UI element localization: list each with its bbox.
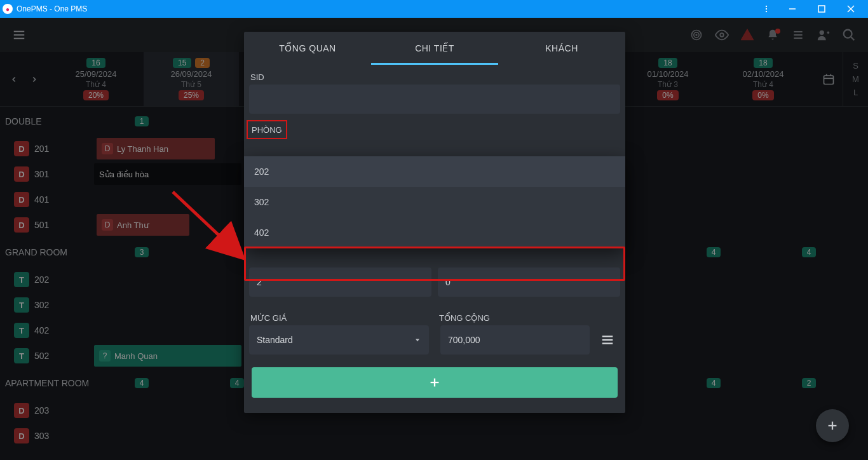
notification-dot <box>775 29 780 34</box>
room-number: 302 <box>34 300 49 310</box>
section-count-badge: 1 <box>135 116 149 126</box>
sid-input[interactable] <box>249 85 620 114</box>
price-select[interactable]: Standard <box>249 325 429 355</box>
day-count-badge: 2 <box>195 58 210 68</box>
price-lines-icon[interactable] <box>595 327 620 353</box>
room-label: D301 <box>0 166 94 182</box>
search-icon[interactable] <box>836 22 862 48</box>
target-icon[interactable] <box>684 22 709 48</box>
section-count-cell: 2 <box>761 378 857 388</box>
room-label: D501 <box>0 217 94 233</box>
day-date: 25/09/2024 <box>75 69 116 79</box>
room-dropdown-list[interactable]: 202302402 <box>244 156 625 248</box>
view-size-s[interactable]: S <box>853 61 858 71</box>
day-occupancy-badge: 20% <box>83 90 109 100</box>
dialog-tabs: TỔNG QUAN CHI TIẾT KHÁCH <box>244 32 625 65</box>
svg-marker-26 <box>416 339 419 342</box>
dropdown-item[interactable]: 402 <box>244 217 625 248</box>
section-count-badge: 4 <box>707 378 721 388</box>
tab-guest[interactable]: KHÁCH <box>498 32 625 65</box>
section-count-cell: 3 <box>94 247 189 257</box>
room-number: 501 <box>34 220 49 230</box>
day-column[interactable]: 1801/10/2024Thứ 30% <box>620 52 715 106</box>
sid-label: SID <box>250 72 619 82</box>
minimize-button[interactable] <box>778 0 807 18</box>
day-occupancy-badge: 0% <box>752 90 773 100</box>
day-column[interactable]: 1625/09/2024Thứ 420% <box>48 52 144 106</box>
dropdown-item[interactable]: 202 <box>244 156 625 187</box>
date-picker-icon[interactable] <box>815 65 843 93</box>
view-size-toggle[interactable]: S M L <box>843 52 868 107</box>
room-type-chip: D <box>14 403 29 418</box>
section-count-cell: 1 <box>94 116 189 126</box>
room-number: 303 <box>34 431 49 441</box>
alert-icon[interactable] <box>735 22 760 48</box>
booking-block[interactable]: DLy Thanh Han <box>97 138 215 159</box>
day-date: 02/10/2024 <box>742 69 783 79</box>
dropdown-item[interactable]: 302 <box>244 187 625 217</box>
booking-chip: D <box>102 143 113 154</box>
svg-point-0 <box>766 6 767 7</box>
room-label: T402 <box>0 323 94 338</box>
room-label-highlight: PHÒNG <box>247 120 287 139</box>
booking-label: Ly Thanh Han <box>117 144 168 154</box>
room-label: PHÒNG <box>252 125 282 135</box>
room-number: 402 <box>34 325 49 335</box>
calendar-nav <box>0 52 48 106</box>
hamburger-menu-icon[interactable] <box>6 22 32 48</box>
add-button[interactable] <box>252 367 618 398</box>
eye-icon[interactable] <box>709 22 735 48</box>
booking-block[interactable]: ?Manh Quan <box>94 345 241 367</box>
list-icon[interactable] <box>785 22 811 48</box>
room-number: 201 <box>34 144 49 154</box>
adults-input[interactable] <box>249 267 431 297</box>
room-type-chip: T <box>14 348 29 363</box>
room-number: 202 <box>34 274 49 285</box>
booking-label: Sửa điều hòa <box>99 170 149 179</box>
price-label: MỨC GIÁ <box>250 313 430 323</box>
day-column[interactable]: 1802/10/2024Thứ 40% <box>715 52 811 106</box>
tab-detail[interactable]: CHI TIẾT <box>371 32 498 65</box>
total-input[interactable] <box>440 325 590 355</box>
section-count-cell: 4 <box>666 247 761 257</box>
tab-overview[interactable]: TỔNG QUAN <box>244 32 371 65</box>
section-count-badge: 3 <box>135 247 149 257</box>
svg-rect-22 <box>824 76 834 84</box>
close-button[interactable] <box>836 0 865 18</box>
svg-point-12 <box>696 34 697 36</box>
room-type-chip: D <box>14 192 29 207</box>
day-column[interactable]: 15226/09/2024Thứ 525% <box>144 52 239 106</box>
day-occupancy-badge: 0% <box>657 90 678 100</box>
room-type-chip: D <box>14 217 29 233</box>
next-day-button[interactable] <box>30 75 39 84</box>
room-label: D303 <box>0 428 94 443</box>
booking-chip: ? <box>99 350 111 362</box>
svg-point-1 <box>766 8 767 10</box>
day-occupancy-badge: 25% <box>179 90 204 100</box>
section-count-badge: 4 <box>802 247 817 257</box>
day-weekday: Thứ 4 <box>86 80 106 89</box>
fab-add-button[interactable] <box>816 409 849 442</box>
children-input[interactable] <box>438 267 620 297</box>
prev-day-button[interactable] <box>10 75 18 84</box>
maximize-button[interactable] <box>807 0 836 18</box>
room-row[interactable]: D303 <box>0 423 868 449</box>
booking-block[interactable]: DAnh Thư <box>97 214 189 236</box>
more-menu-icon[interactable] <box>755 4 778 13</box>
bell-icon[interactable] <box>760 22 785 48</box>
room-label: D203 <box>0 403 94 418</box>
day-date: 01/10/2024 <box>647 69 688 79</box>
day-weekday: Thứ 5 <box>181 80 201 89</box>
view-size-m[interactable]: M <box>852 74 859 84</box>
view-size-l[interactable]: L <box>853 88 858 97</box>
room-type-chip: T <box>14 272 29 287</box>
window-title: OnePMS - One PMS <box>17 4 755 13</box>
section-count-cell: 4 <box>666 378 761 388</box>
room-label: D201 <box>0 141 94 156</box>
section-count-badge: 4 <box>707 247 721 257</box>
day-count-badge: 16 <box>86 58 105 68</box>
room-type-chip: T <box>14 323 29 338</box>
booking-label: Manh Quan <box>114 351 158 361</box>
booking-block[interactable]: Sửa điều hòa <box>94 163 241 185</box>
add-user-icon[interactable] <box>811 22 836 48</box>
